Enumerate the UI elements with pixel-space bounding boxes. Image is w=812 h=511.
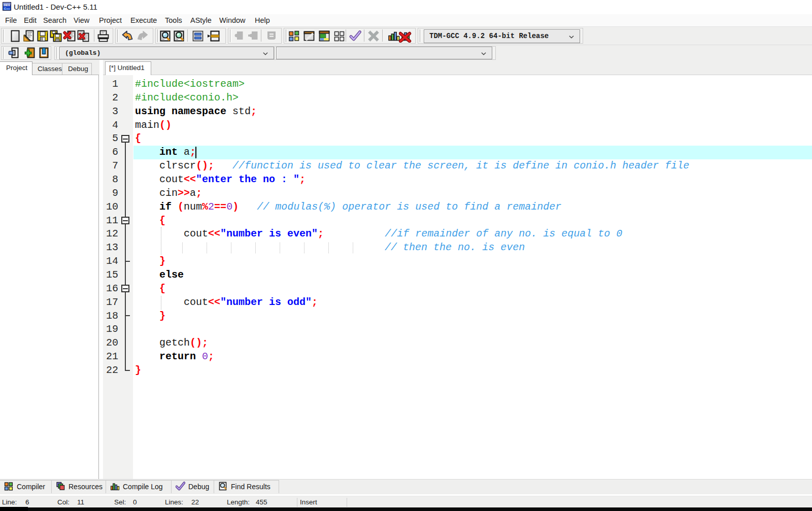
svg-text:C++: C++ xyxy=(4,7,10,10)
svg-text:DEV: DEV xyxy=(4,4,10,7)
